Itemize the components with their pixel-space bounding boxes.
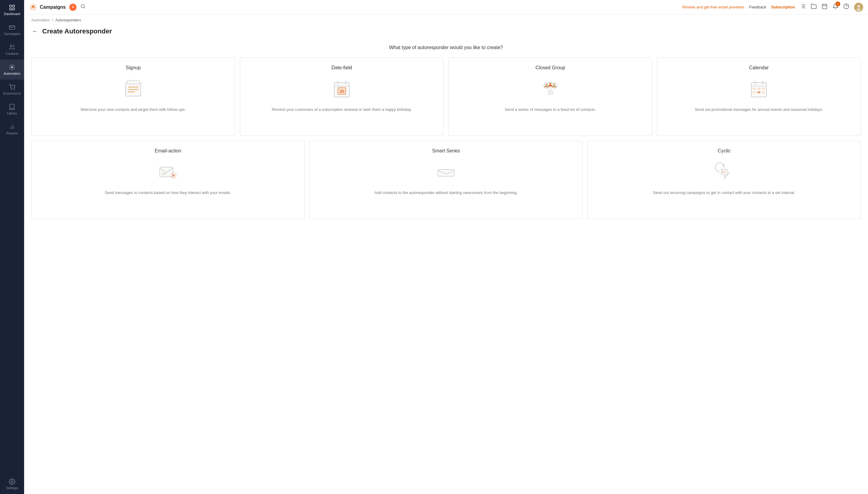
card-smart-series-icon [434, 160, 458, 184]
sidebar-item-reports[interactable]: Reports [0, 119, 24, 139]
card-cyclic-desc: Send out recurring campaigns to get in c… [653, 190, 795, 196]
list-icon[interactable] [800, 3, 806, 11]
svg-rect-1 [13, 5, 15, 7]
svg-point-9 [11, 481, 13, 482]
card-smart-series-desc: Add contacts to the autoresponder withou… [375, 190, 518, 196]
sidebar-item-settings[interactable]: Settings [4, 474, 20, 494]
svg-rect-58 [753, 91, 756, 93]
card-signup[interactable]: Signup Welcome your ne [31, 58, 235, 136]
card-closed-group-title: Closed Group [536, 65, 566, 71]
card-email-action-desc: Send messages to contacts based on how t… [105, 190, 231, 196]
topbar: Campaigns + Review and get free email pr… [24, 0, 868, 15]
calendar-icon[interactable] [821, 3, 828, 11]
svg-point-50 [550, 93, 551, 93]
card-date-field-icon: 30 [330, 77, 354, 101]
svg-text:✦: ✦ [172, 173, 175, 178]
svg-point-5 [11, 45, 12, 47]
svg-rect-32 [128, 91, 135, 93]
svg-rect-60 [762, 91, 765, 93]
card-closed-group-icon [538, 77, 562, 101]
question-text: What type of autoresponder would you lik… [24, 35, 868, 58]
svg-rect-66 [438, 170, 454, 176]
svg-point-8 [14, 89, 15, 90]
svg-point-11 [32, 5, 34, 7]
breadcrumb: Automation > Autoresponders [24, 15, 868, 22]
sidebar-item-automation[interactable]: Automation [0, 60, 24, 79]
card-cyclic-title: Cyclic [718, 148, 731, 154]
card-calendar-desc: Send out promotional messages for annual… [695, 107, 823, 113]
svg-rect-31 [128, 89, 138, 90]
sidebar-item-campaigns[interactable]: Campaigns [0, 20, 24, 40]
avatar[interactable] [854, 3, 863, 12]
svg-rect-20 [823, 4, 827, 9]
svg-point-47 [553, 84, 555, 86]
card-signup-title: Signup [126, 65, 141, 71]
svg-rect-56 [757, 88, 760, 90]
card-email-action-icon: ✦ [156, 160, 180, 184]
svg-rect-0 [10, 5, 12, 7]
logo-icon [29, 3, 37, 12]
breadcrumb-parent[interactable]: Automation [31, 18, 50, 22]
card-signup-icon [121, 77, 145, 101]
card-date-field-desc: Remind your customers of a subscription … [272, 107, 412, 113]
breadcrumb-separator: > [52, 18, 54, 22]
feedback-button[interactable]: Feedback [749, 5, 766, 10]
sidebar-item-contacts[interactable]: Contacts [0, 40, 24, 60]
svg-rect-57 [762, 88, 765, 90]
app-logo: Campaigns [29, 3, 66, 12]
svg-point-12 [81, 4, 85, 8]
svg-rect-55 [753, 88, 756, 90]
svg-rect-59 [757, 91, 760, 93]
svg-point-27 [857, 5, 860, 7]
card-calendar[interactable]: Calendar [657, 58, 861, 136]
svg-rect-30 [128, 87, 138, 88]
cards-section: Signup Welcome your ne [24, 58, 868, 231]
card-date-field[interactable]: Date-field 30 Remind your customers of a… [240, 58, 444, 136]
svg-line-13 [84, 7, 85, 8]
card-smart-series[interactable]: Smart Series Add contacts to the autores… [310, 141, 583, 219]
card-closed-group-desc: Send a series of messages to a fixed lis… [505, 107, 596, 113]
card-email-action-title: Email-action [154, 148, 181, 154]
svg-rect-3 [13, 8, 15, 10]
svg-point-6 [11, 66, 13, 68]
svg-point-46 [546, 84, 547, 86]
card-cyclic-icon [712, 160, 736, 184]
svg-rect-72 [724, 172, 725, 173]
card-email-action[interactable]: Email-action ✦ [31, 141, 305, 219]
cards-row-1: Signup Welcome your ne [31, 58, 861, 136]
svg-text:30: 30 [339, 89, 344, 94]
svg-point-24 [844, 4, 849, 9]
card-cyclic[interactable]: Cyclic [587, 141, 861, 219]
sidebar-item-ecommerce[interactable]: Ecommerce [0, 79, 24, 99]
svg-point-48 [550, 83, 551, 84]
sidebar-item-library[interactable]: Library [0, 99, 24, 119]
review-link[interactable]: Review and get free email previews [682, 5, 744, 10]
subscription-button[interactable]: Subscription [771, 5, 795, 10]
topbar-right: Review and get free email previews Feedb… [682, 3, 863, 12]
cards-row-2: Email-action ✦ [31, 141, 861, 219]
breadcrumb-current: Autoresponders [55, 18, 81, 22]
card-smart-series-title: Smart Series [432, 148, 460, 154]
card-calendar-title: Calendar [749, 65, 769, 71]
folder-icon[interactable] [811, 3, 817, 11]
content-area: Automation > Autoresponders ← Create Aut… [24, 15, 868, 494]
search-icon[interactable] [80, 4, 86, 11]
card-closed-group[interactable]: Closed Group [448, 58, 652, 136]
svg-rect-71 [722, 172, 723, 173]
main-wrapper: Campaigns + Review and get free email pr… [24, 0, 868, 494]
back-button[interactable]: ← [31, 27, 39, 35]
page-title: Create Autoresponder [42, 27, 112, 35]
notification-badge: 3 [835, 1, 840, 6]
notification-icon[interactable]: 3 [832, 3, 838, 11]
svg-point-28 [856, 8, 861, 11]
add-button[interactable]: + [69, 4, 77, 11]
page-header: ← Create Autoresponder [24, 22, 868, 35]
card-date-field-title: Date-field [332, 65, 352, 71]
sidebar: Dashboard Campaigns Contacts Automation … [0, 0, 24, 494]
card-calendar-icon [747, 77, 771, 101]
help-icon[interactable] [843, 3, 849, 11]
svg-point-10 [30, 3, 37, 11]
svg-rect-2 [10, 8, 12, 10]
svg-point-7 [11, 89, 12, 90]
sidebar-item-dashboard[interactable]: Dashboard [0, 0, 24, 20]
